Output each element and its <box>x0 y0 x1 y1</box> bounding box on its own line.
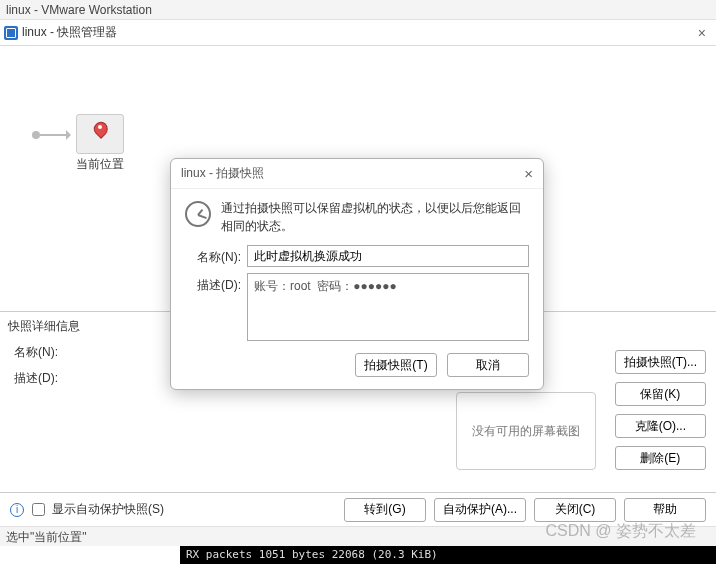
take-snapshot-button[interactable]: 拍摄快照(T)... <box>615 350 706 374</box>
take-snapshot-dialog: linux - 拍摄快照 × 通过拍摄快照可以保留虚拟机的状态，以便以后您能返回… <box>170 158 544 390</box>
tab-bar: linux - 快照管理器 × <box>0 20 716 46</box>
clock-icon <box>185 201 211 227</box>
screenshot-thumbnail: 没有可用的屏幕截图 <box>456 392 596 470</box>
bottom-bar: i 显示自动保护快照(S) 转到(G) 自动保护(A)... 关闭(C) 帮助 <box>0 492 716 526</box>
auto-protect-button[interactable]: 自动保护(A)... <box>434 498 526 522</box>
dialog-name-label: 名称(N): <box>185 245 241 266</box>
snapshot-node-label: 当前位置 <box>72 156 128 173</box>
details-desc-label: 描述(D): <box>8 370 58 387</box>
tab-label[interactable]: linux - 快照管理器 <box>22 24 117 41</box>
dialog-title: linux - 拍摄快照 <box>181 165 264 182</box>
app-title: linux - VMware Workstation <box>0 0 716 20</box>
auto-protect-checkbox[interactable] <box>32 503 45 516</box>
snapshot-name-input[interactable] <box>247 245 529 267</box>
status-bar: 选中"当前位置" <box>0 526 716 546</box>
snapshot-desc-input[interactable]: <span></span> <box>247 273 529 341</box>
dialog-titlebar[interactable]: linux - 拍摄快照 × <box>171 159 543 189</box>
keep-button[interactable]: 保留(K) <box>615 382 706 406</box>
dialog-cancel-button[interactable]: 取消 <box>447 353 529 377</box>
snapshot-node-current[interactable]: 当前位置 <box>72 114 128 173</box>
dialog-close-icon[interactable]: × <box>524 165 533 182</box>
dialog-take-button[interactable]: 拍摄快照(T) <box>355 353 437 377</box>
dialog-intro: 通过拍摄快照可以保留虚拟机的状态，以便以后您能返回相同的状态。 <box>221 199 529 235</box>
details-name-label: 名称(N): <box>8 344 58 361</box>
help-button[interactable]: 帮助 <box>624 498 706 522</box>
dialog-desc-label: 描述(D): <box>185 273 241 294</box>
goto-button[interactable]: 转到(G) <box>344 498 426 522</box>
clone-button[interactable]: 克隆(O)... <box>615 414 706 438</box>
location-pin-icon <box>76 114 124 154</box>
arrow-icon <box>36 134 70 136</box>
auto-protect-checkbox-row[interactable]: i 显示自动保护快照(S) <box>10 500 164 519</box>
delete-button[interactable]: 删除(E) <box>615 446 706 470</box>
vm-icon <box>4 26 18 40</box>
close-icon[interactable]: × <box>698 25 706 41</box>
auto-protect-label: 显示自动保护快照(S) <box>52 501 164 518</box>
close-button[interactable]: 关闭(C) <box>534 498 616 522</box>
terminal-output: RX packets 1051 bytes 22068 (20.3 KiB) <box>180 546 716 564</box>
info-icon: i <box>10 503 24 517</box>
